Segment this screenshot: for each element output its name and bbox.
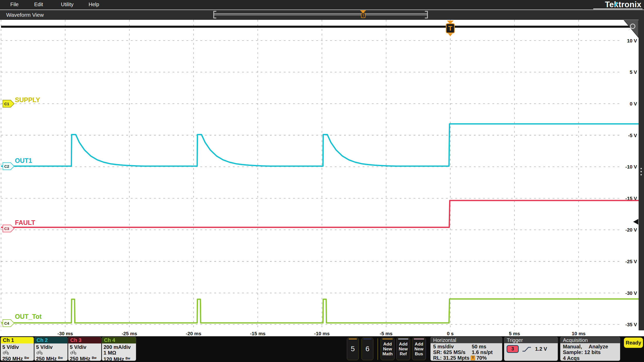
channel-card-ch1[interactable]: Ch 1 5 V/div 250 MHz Bw	[1, 337, 34, 361]
zoom-corner-button[interactable]	[624, 20, 638, 37]
voltage-axis-label: -10 V	[625, 164, 637, 170]
add-new-bus-button[interactable]: Add New Bus	[412, 338, 426, 360]
trigger-title: Trigger	[504, 337, 558, 343]
ch3-scale: 5 V/div	[70, 344, 100, 350]
add-new-math-button[interactable]: Add New Math	[381, 338, 394, 360]
voltage-axis-labels: 10 V5 V0 V-5 V-10 V-15 V-20 V-25 V-30 V-…	[621, 38, 638, 328]
ch4-header: Ch 4	[102, 337, 136, 343]
status-bar: Ch 1 5 V/div 250 MHz Bw Ch 2 5 V/div 250…	[0, 336, 644, 362]
time-axis-label: -20 ms	[186, 331, 201, 336]
acquisition-sample: Sample: 12 bits	[563, 349, 617, 355]
svg-text:C3: C3	[4, 226, 9, 231]
probe-icon	[36, 350, 43, 355]
time-axis-label: 10 ms	[572, 331, 586, 336]
time-axis-label: -10 ms	[314, 331, 330, 336]
channel-card-ch2[interactable]: Ch 2 5 V/div 250 MHz Bw	[35, 337, 67, 361]
channel-badge-c4[interactable]: C4	[3, 319, 14, 327]
time-axis-label: 5 ms	[509, 331, 520, 336]
ch2-bandwidth: 250 MHz Bw	[36, 355, 66, 361]
svg-text:T: T	[448, 24, 452, 32]
trace-label-out-tot: OUT_Tot	[15, 313, 42, 320]
oscilloscope-app: File Edit Utility Help Tektronix Wavefor…	[0, 0, 644, 362]
gridlines: -30 ms-25 ms-20 ms-15 ms-10 ms-5 ms0 s5 …	[1, 20, 639, 336]
voltage-axis-label: -5 V	[628, 133, 637, 138]
ch4-bandwidth: 120 MHz Bw	[104, 356, 134, 361]
voltage-axis-label: -35 V	[625, 322, 637, 327]
time-axis-label: -30 ms	[57, 331, 73, 336]
channel-card-ch4[interactable]: Ch 4 200 mA/div 1 MΩ 120 MHz Bw	[102, 337, 136, 361]
trace-fault	[1, 200, 639, 227]
svg-text:C1: C1	[4, 102, 9, 106]
time-axis-label: -25 ms	[122, 331, 137, 336]
voltage-axis-label: 0 V	[630, 101, 637, 107]
voltage-axis-label: -25 V	[625, 259, 637, 264]
channel-card-ch3[interactable]: Ch 3 5 V/div 250 MHz Bw	[68, 337, 101, 361]
rising-edge-icon	[522, 346, 531, 352]
ch2-scale: 5 V/div	[36, 344, 66, 350]
ch1-scale: 5 V/div	[2, 344, 32, 350]
ch2-header: Ch 2	[35, 337, 67, 343]
trigger-source-badge: 3	[507, 345, 519, 353]
svg-text:T: T	[362, 14, 364, 17]
channel-6-button[interactable]: 6	[362, 338, 373, 360]
timeline-overview[interactable]: T	[0, 10, 644, 20]
trace-out1	[1, 124, 639, 166]
trigger-panel[interactable]: Trigger 3 1.2 V	[504, 337, 558, 361]
ch3-header: Ch 3	[68, 337, 101, 343]
overview-trigger-marker[interactable]: T	[360, 10, 366, 18]
waveform-plot: -30 ms-25 ms-20 ms-15 ms-10 ms-5 ms0 s5 …	[0, 20, 644, 336]
menu-help[interactable]: Help	[89, 2, 99, 7]
ch4-scale: 200 mA/div	[104, 344, 134, 350]
ch3-bandwidth: 250 MHz Bw	[70, 355, 100, 361]
trace-label-fault: FAULT	[15, 219, 35, 226]
menu-file[interactable]: File	[10, 2, 19, 7]
voltage-axis-label: -30 V	[625, 290, 637, 296]
trigger-level-arrow[interactable]	[633, 219, 638, 225]
acquisition-count: 4 Acqs	[563, 355, 617, 361]
menu-utility[interactable]: Utility	[61, 2, 74, 7]
right-scrollbar-handle[interactable]	[640, 168, 642, 175]
trace-out_tot	[1, 299, 639, 323]
channel-5-button[interactable]: 5	[347, 338, 359, 360]
add-new-ref-button[interactable]: Add New Ref	[396, 338, 410, 360]
channel-badge-c2[interactable]: C2	[3, 162, 14, 170]
tab-strip: Waveform View T	[0, 10, 644, 20]
trace-label-out1: OUT1	[15, 157, 32, 164]
ch1-bandwidth: 250 MHz Bw	[2, 355, 32, 361]
time-axis-label: 0 s	[447, 331, 453, 336]
probe-icon	[2, 350, 9, 355]
acquisition-title: Acquisition	[560, 337, 620, 343]
trigger-level: 1.2 V	[535, 346, 547, 352]
voltage-axis-label: 10 V	[627, 38, 637, 43]
tektronix-logo: Tektronix	[605, 0, 641, 9]
ch1-header: Ch 1	[1, 337, 34, 343]
time-axis-label: -5 ms	[380, 331, 393, 336]
channel-badge-c3[interactable]: C3	[3, 225, 14, 232]
voltage-axis-label: -20 V	[625, 227, 637, 233]
horizontal-title: Horizontal	[431, 337, 502, 343]
svg-text:C2: C2	[4, 164, 9, 169]
acquisition-panel[interactable]: Acquisition Manual,Analyze Sample: 12 bi…	[560, 337, 620, 361]
trigger-position-flag[interactable]: T	[446, 21, 454, 36]
horizontal-panel[interactable]: Horizontal 5 ms/div50 ms SR: 625 MS/s1.6…	[431, 337, 502, 361]
ch4-impedance: 1 MΩ	[104, 350, 134, 356]
voltage-axis-label: 5 V	[630, 69, 637, 75]
trace-label-supply: SUPPLY	[15, 96, 40, 104]
channel-badge-c1[interactable]: C1	[3, 100, 14, 108]
statusbar-divider	[377, 338, 378, 360]
menu-edit[interactable]: Edit	[34, 2, 43, 7]
menu-bar: File Edit Utility Help Tektronix	[0, 0, 644, 10]
trigger-position-mini-icon: T	[471, 356, 475, 360]
svg-text:C4: C4	[4, 321, 9, 325]
probe-icon	[70, 350, 76, 355]
ready-status-badge: Ready	[624, 338, 643, 348]
time-axis-label: -15 ms	[250, 331, 265, 336]
